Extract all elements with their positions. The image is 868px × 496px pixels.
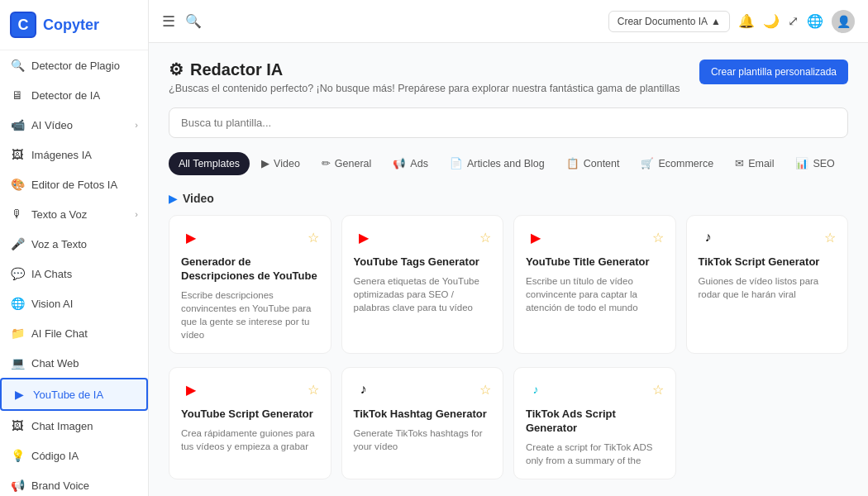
card-platform-yt-tags-generator: ▶ xyxy=(354,227,374,247)
tab-ads[interactable]: 📢Ads xyxy=(383,151,438,175)
sidebar-label-detector-plagio: Detector de Plagio xyxy=(31,60,120,72)
crear-documento-label: Crear Documento IA xyxy=(618,16,708,27)
card-desc-yt-tags-generator: Genera etiquetas de YouTube optimizadas … xyxy=(354,274,492,314)
tab-video[interactable]: ▶Video xyxy=(251,151,310,175)
sidebar-item-ia-chats[interactable]: 💬 IA Chats xyxy=(0,259,148,289)
sidebar-icon-detector-plagio: 🔍 xyxy=(10,58,25,73)
notification-icon[interactable]: 🔔 xyxy=(738,13,755,29)
tab-seo[interactable]: 📊SEO xyxy=(785,151,844,175)
tab-label-ecommerce: Ecommerce xyxy=(658,158,713,169)
crear-documento-btn[interactable]: Crear Documento IA ▲ xyxy=(608,11,730,32)
sidebar-item-youtube-ia[interactable]: ▶ YouTube de IA xyxy=(0,378,148,411)
card-tiktok-hashtag-generator[interactable]: ♪ ☆ TikTok Hashtag Generator Generate Ti… xyxy=(341,367,504,479)
sidebar-label-voz-a-texto: Voz a Texto xyxy=(31,238,87,250)
sidebar-label-texto-a-voz: Texto a Voz xyxy=(31,208,87,221)
page-subtitle: ¿Buscas el contenido perfecto? ¡No busqu… xyxy=(169,83,680,94)
crear-plantilla-btn[interactable]: Crear plantilla personalizada xyxy=(699,60,848,84)
expand-icon[interactable]: ⤢ xyxy=(788,13,799,29)
sidebar-item-chat-web[interactable]: 💻 Chat Web xyxy=(0,348,148,378)
video-section-header: ▶ Video xyxy=(169,192,848,205)
card-title-yt-tags-generator: YouTube Tags Generator xyxy=(354,255,492,269)
video-section-title: Video xyxy=(183,192,214,205)
user-avatar[interactable]: 👤 xyxy=(832,10,855,33)
sidebar-item-editor-fotos-ia[interactable]: 🎨 Editor de Fotos IA xyxy=(0,169,148,199)
card-star-yt-script-generator[interactable]: ☆ xyxy=(308,382,319,398)
page-title: ⚙ Redactor IA xyxy=(169,60,680,79)
tab-label-email: Email xyxy=(748,158,774,169)
tab-label-video: Video xyxy=(274,158,300,169)
redactor-icon: ⚙ xyxy=(169,60,184,79)
tab-icon-seo: 📊 xyxy=(795,157,808,169)
search-input[interactable] xyxy=(169,107,848,138)
sidebar-item-imagenes-ia[interactable]: 🖼 Imágenes IA xyxy=(0,140,148,169)
card-top: ▶ ☆ xyxy=(181,227,319,247)
sidebar-item-brand-voice[interactable]: 📢 Brand Voice xyxy=(0,470,148,496)
sidebar-label-imagenes-ia: Imágenes IA xyxy=(31,149,92,161)
header-left: ☰ 🔍 xyxy=(162,12,202,31)
card-tiktok-ads-script[interactable]: ♪ ☆ TikTok Ads Script Generator Create a… xyxy=(513,367,676,479)
card-yt-tags-generator[interactable]: ▶ ☆ YouTube Tags Generator Genera etique… xyxy=(341,215,504,354)
globe-icon[interactable]: 🌐 xyxy=(807,13,823,29)
sidebar-label-brand-voice: Brand Voice xyxy=(31,479,89,492)
chevron-icon: › xyxy=(135,209,138,219)
cards-grid-row1: ▶ ☆ Generador de Descripciones de YouTub… xyxy=(169,215,848,354)
tab-icon-general: ✏ xyxy=(322,157,331,169)
sidebar-item-detector-ia[interactable]: 🖥 Detector de IA xyxy=(0,80,148,110)
sidebar-item-ai-file-chat[interactable]: 📁 AI File Chat xyxy=(0,318,148,348)
card-generador-descripciones-yt[interactable]: ▶ ☆ Generador de Descripciones de YouTub… xyxy=(169,215,331,354)
card-desc-tiktok-ads-script: Create a script for TikTok ADS only from… xyxy=(526,441,664,467)
card-star-yt-tags-generator[interactable]: ☆ xyxy=(479,230,491,246)
sidebar-icon-voz-a-texto: 🎤 xyxy=(10,236,25,251)
youtube-icon: ▶ xyxy=(186,382,196,398)
card-yt-script-generator[interactable]: ▶ ☆ YouTube Script Generator Crea rápida… xyxy=(169,367,331,479)
sidebar-label-detector-ia: Detector de IA xyxy=(31,89,100,102)
sidebar-label-ia-chats: IA Chats xyxy=(31,268,72,280)
card-star-tiktok-script-generator[interactable]: ☆ xyxy=(824,230,836,246)
moon-icon[interactable]: 🌙 xyxy=(763,13,780,29)
sidebar-item-detector-plagio[interactable]: 🔍 Detector de Plagio xyxy=(0,50,148,80)
sidebar-label-chat-imagen: Chat Imagen xyxy=(31,420,93,432)
tab-articles[interactable]: 📄Articles and Blog xyxy=(440,151,555,175)
card-top: ♪ ☆ xyxy=(354,379,492,399)
menu-icon[interactable]: ☰ xyxy=(162,12,175,31)
sidebar-label-chat-web: Chat Web xyxy=(31,357,79,370)
card-star-tiktok-ads-script[interactable]: ☆ xyxy=(652,382,664,398)
sidebar-item-codigo-ia[interactable]: 💡 Código IA xyxy=(0,441,148,470)
sidebar-label-vision-ai: Vision AI xyxy=(31,298,73,310)
logo-box: C xyxy=(10,12,36,38)
card-star-tiktok-hashtag-generator[interactable]: ☆ xyxy=(479,382,491,398)
card-title-generador-descripciones-yt: Generador de Descripciones de YouTube xyxy=(181,255,319,284)
card-platform-generador-descripciones-yt: ▶ xyxy=(181,227,201,247)
tab-label-articles: Articles and Blog xyxy=(467,158,545,169)
sidebar-item-texto-a-voz[interactable]: 🎙 Texto a Voz › xyxy=(0,199,148,229)
tab-email[interactable]: ✉Email xyxy=(725,151,784,175)
card-yt-title-generator[interactable]: ▶ ☆ YouTube Title Generator Escribe un t… xyxy=(513,215,676,354)
card-star-generador-descripciones-yt[interactable]: ☆ xyxy=(308,230,319,246)
chevron-up-icon: ▲ xyxy=(711,16,721,27)
tab-content[interactable]: 📋Content xyxy=(556,151,630,175)
card-star-yt-title-generator[interactable]: ☆ xyxy=(652,230,664,246)
card-desc-yt-script-generator: Crea rápidamente guiones para tus vídeos… xyxy=(181,427,319,453)
tab-all[interactable]: All Templates xyxy=(169,152,250,175)
card-tiktok-script-generator[interactable]: ♪ ☆ TikTok Script Generator Guiones de v… xyxy=(686,215,849,354)
card-title-yt-title-generator: YouTube Title Generator xyxy=(526,255,664,269)
page-title-text: Redactor IA xyxy=(190,60,283,79)
sidebar-label-codigo-ia: Código IA xyxy=(31,450,79,462)
sidebar-item-voz-a-texto[interactable]: 🎤 Voz a Texto xyxy=(0,229,148,259)
sidebar-icon-ai-video: 📹 xyxy=(10,117,25,132)
sidebar-icon-youtube-ia: ▶ xyxy=(12,387,26,402)
sidebar-label-editor-fotos-ia: Editor de Fotos IA xyxy=(31,179,117,191)
youtube-icon: ▶ xyxy=(359,230,369,246)
sidebar-item-vision-ai[interactable]: 🌐 Vision AI xyxy=(0,289,148,318)
sidebar-logo: C Copyter xyxy=(0,0,148,50)
card-desc-generador-descripciones-yt: Escribe descripciones convincentes en Yo… xyxy=(181,289,319,341)
sidebar-icon-ai-file-chat: 📁 xyxy=(10,326,25,341)
sidebar-item-chat-imagen[interactable]: 🖼 Chat Imagen xyxy=(0,411,148,441)
tab-ecommerce[interactable]: 🛒Ecommerce xyxy=(631,151,723,175)
card-top: ▶ ☆ xyxy=(181,379,319,399)
header-search-icon[interactable]: 🔍 xyxy=(185,13,202,29)
header-right: Crear Documento IA ▲ 🔔 🌙 ⤢ 🌐 👤 xyxy=(608,10,855,33)
sidebar-icon-editor-fotos-ia: 🎨 xyxy=(10,177,25,192)
tab-general[interactable]: ✏General xyxy=(312,151,381,175)
sidebar-item-ai-video[interactable]: 📹 AI Vídeo › xyxy=(0,110,148,140)
